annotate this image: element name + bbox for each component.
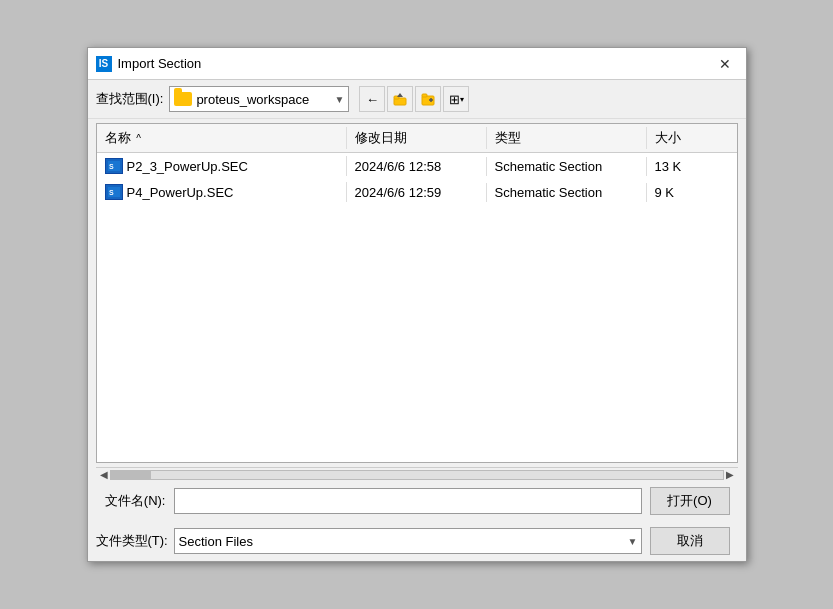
filetype-row: 文件类型(T): Section Files ▼ 取消	[88, 521, 746, 561]
file-list-area: 名称 ^ 修改日期 类型 大小 S P2_3_Powe	[96, 123, 738, 463]
filetype-select-wrapper: Section Files ▼	[174, 528, 642, 554]
filename-label: 文件名(N):	[96, 492, 166, 510]
cancel-button[interactable]: 取消	[650, 527, 730, 555]
scroll-right-icon[interactable]: ▶	[724, 469, 736, 480]
file-name-cell: S P4_PowerUp.SEC	[97, 182, 347, 202]
title-bar-left: IS Import Section	[96, 56, 202, 72]
toolbar-buttons: ← ⊞▾	[359, 86, 469, 112]
filetype-label: 文件类型(T):	[96, 532, 166, 550]
folder-name: proteus_workspace	[196, 92, 309, 107]
sec-file-icon: S	[105, 158, 123, 174]
scroll-left-icon[interactable]: ◀	[98, 469, 110, 480]
file-rows: S P2_3_PowerUp.SEC 2024/6/6 12:58 Schema…	[97, 153, 737, 462]
view-button[interactable]: ⊞▾	[443, 86, 469, 112]
folder-icon	[174, 92, 192, 106]
file-date-cell: 2024/6/6 12:58	[347, 157, 487, 176]
sec-file-icon: S	[105, 184, 123, 200]
file-type-cell: Schematic Section	[487, 183, 647, 202]
back-button[interactable]: ←	[359, 86, 385, 112]
file-size-cell: 13 K	[647, 157, 707, 176]
file-date-cell: 2024/6/6 12:59	[347, 183, 487, 202]
cancel-buttons: 取消	[650, 527, 738, 555]
look-in-label: 查找范围(I):	[96, 90, 164, 108]
view-icon: ⊞	[449, 92, 460, 107]
folder-dropdown[interactable]: proteus_workspace ▼	[169, 86, 349, 112]
dropdown-arrow-icon: ▼	[334, 94, 344, 105]
col-header-name[interactable]: 名称 ^	[97, 127, 347, 149]
scroll-track[interactable]	[110, 470, 724, 480]
file-type-cell: Schematic Section	[487, 157, 647, 176]
svg-text:S: S	[109, 163, 114, 170]
up-folder-button[interactable]	[387, 86, 413, 112]
col-header-date[interactable]: 修改日期	[347, 127, 487, 149]
import-section-dialog: IS Import Section ✕ 查找范围(I): proteus_wor…	[87, 47, 747, 562]
col-header-type[interactable]: 类型	[487, 127, 647, 149]
table-row[interactable]: S P2_3_PowerUp.SEC 2024/6/6 12:58 Schema…	[97, 153, 737, 179]
file-name-cell: S P2_3_PowerUp.SEC	[97, 156, 347, 176]
filename-input[interactable]	[174, 488, 642, 514]
toolbar-row: 查找范围(I): proteus_workspace ▼ ←	[88, 80, 746, 119]
title-bar: IS Import Section ✕	[88, 48, 746, 80]
app-icon: IS	[96, 56, 112, 72]
dialog-title: Import Section	[118, 56, 202, 71]
file-size-cell: 9 K	[647, 183, 707, 202]
column-headers: 名称 ^ 修改日期 类型 大小	[97, 124, 737, 153]
svg-rect-3	[422, 94, 427, 97]
sort-arrow-icon: ^	[136, 133, 141, 144]
scroll-thumb[interactable]	[111, 471, 151, 479]
new-folder-button[interactable]	[415, 86, 441, 112]
horizontal-scrollbar[interactable]: ◀ ▶	[96, 467, 738, 481]
filetype-select[interactable]: Section Files	[174, 528, 642, 554]
svg-text:S: S	[109, 189, 114, 196]
filename-row: 文件名(N): 打开(O)	[88, 481, 746, 521]
open-button[interactable]: 打开(O)	[650, 487, 730, 515]
table-row[interactable]: S P4_PowerUp.SEC 2024/6/6 12:59 Schemati…	[97, 179, 737, 205]
close-button[interactable]: ✕	[712, 54, 738, 74]
bottom-buttons: 打开(O)	[650, 487, 738, 515]
col-header-size[interactable]: 大小	[647, 127, 707, 149]
